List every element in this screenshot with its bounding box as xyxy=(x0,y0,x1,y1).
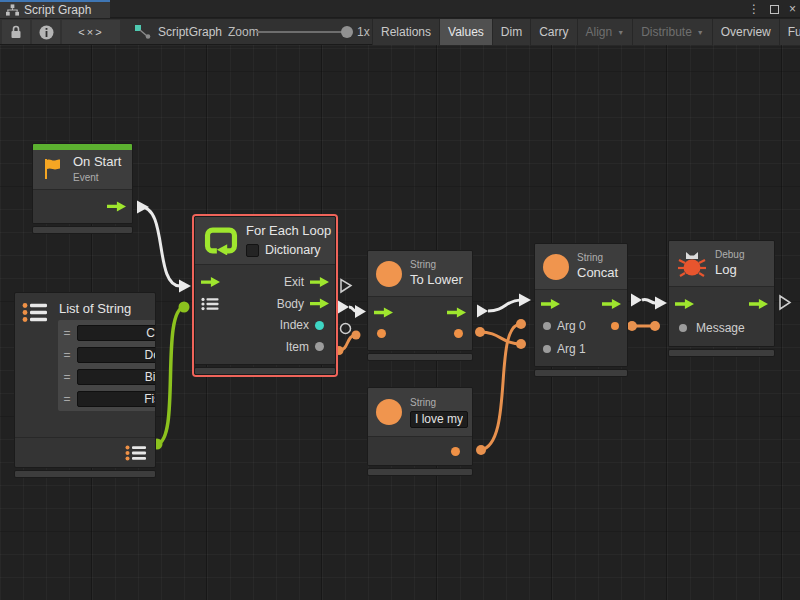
zoom-label: Zoom xyxy=(228,19,259,45)
list-item-input[interactable] xyxy=(77,369,156,385)
fullscreen-button[interactable]: Full Screen xyxy=(780,19,800,45)
arg1-input-port[interactable] xyxy=(543,345,551,353)
wire-start-triangle[interactable] xyxy=(137,201,149,214)
wire-list-to-foreach[interactable] xyxy=(157,307,184,444)
drag-handle[interactable]: = xyxy=(61,326,73,340)
distribute-dropdown[interactable]: Distribute▼ xyxy=(633,19,713,45)
wire-endpoint[interactable] xyxy=(516,339,526,349)
node-footer xyxy=(367,468,473,476)
values-button[interactable]: Values xyxy=(440,19,493,45)
overview-button[interactable]: Overview xyxy=(713,19,780,45)
align-dropdown[interactable]: Align▼ xyxy=(578,19,634,45)
node-list-of-string[interactable]: List of String = − = − xyxy=(14,292,156,478)
wire-endpoint[interactable] xyxy=(516,319,526,329)
node-subtitle: String xyxy=(410,397,464,409)
string-value-input[interactable] xyxy=(410,411,468,428)
list-output-port[interactable] xyxy=(125,445,147,461)
message-input-port[interactable] xyxy=(679,324,687,332)
string-type-icon xyxy=(376,399,402,425)
graph-reference-button[interactable]: ScriptGraph xyxy=(135,19,222,45)
node-subtitle: String xyxy=(577,252,618,264)
lock-icon xyxy=(10,25,22,39)
tab-script-graph[interactable]: Script Graph xyxy=(0,0,110,18)
node-for-each-loop[interactable]: For Each Loop Dictionary Exit xyxy=(194,216,336,375)
wire-start-triangle[interactable] xyxy=(631,294,642,307)
zoom-slider[interactable] xyxy=(256,31,348,33)
body-output-port[interactable] xyxy=(310,298,329,310)
flow-input-port[interactable] xyxy=(374,307,393,319)
trigger-output-port[interactable] xyxy=(107,200,126,212)
drag-handle[interactable]: = xyxy=(61,370,73,384)
collection-input-port[interactable] xyxy=(201,297,219,311)
window-menu-icon[interactable]: ⋮ xyxy=(748,3,760,15)
result-output-port[interactable] xyxy=(611,322,619,330)
flow-input-port[interactable] xyxy=(675,298,694,310)
lock-button[interactable] xyxy=(2,20,30,44)
wire-arrowhead[interactable] xyxy=(519,294,531,307)
flow-output-port[interactable] xyxy=(602,298,621,310)
node-string-to-lower[interactable]: String To Lower xyxy=(367,250,473,361)
flow-output-port[interactable] xyxy=(749,298,768,310)
wire-endpoint[interactable] xyxy=(352,331,361,340)
node-debug-log[interactable]: Debug Log Message xyxy=(668,240,775,357)
string-input-port[interactable] xyxy=(377,329,386,338)
index-port-marker[interactable] xyxy=(341,324,351,334)
wire-concat-to-log[interactable] xyxy=(642,299,656,303)
wire-endpoint[interactable] xyxy=(627,321,637,331)
port-label-body: Body xyxy=(277,297,304,311)
node-string-concat[interactable]: String Concat Arg 0 xyxy=(534,243,628,377)
wire-tolower-to-arg1[interactable] xyxy=(480,332,521,344)
exit-port-marker[interactable] xyxy=(341,280,351,293)
list-item-input[interactable] xyxy=(77,325,156,341)
drag-handle[interactable]: = xyxy=(61,392,73,406)
relations-button[interactable]: Relations xyxy=(373,19,440,45)
index-output-port[interactable] xyxy=(315,321,324,330)
flow-output-port[interactable] xyxy=(447,307,466,319)
exit-output-port[interactable] xyxy=(310,276,329,288)
info-button[interactable] xyxy=(32,20,60,44)
port-label-index: Index xyxy=(280,318,309,332)
node-title: List of String xyxy=(58,299,156,320)
maximize-icon[interactable] xyxy=(770,5,779,14)
carry-button[interactable]: Carry xyxy=(531,19,577,45)
dim-button[interactable]: Dim xyxy=(493,19,531,45)
wire-arrowhead[interactable] xyxy=(655,297,667,310)
wire-start-triangle[interactable] xyxy=(477,305,488,318)
wire-start-triangle[interactable] xyxy=(338,301,349,314)
wire-tolower-to-concat[interactable] xyxy=(488,300,521,311)
log-exit-port-marker[interactable] xyxy=(780,296,790,309)
wire-endpoint[interactable] xyxy=(476,445,486,455)
arg0-input-port[interactable] xyxy=(543,322,551,330)
wire-onstart-to-foreach[interactable] xyxy=(141,207,180,286)
list-item-input[interactable] xyxy=(77,347,156,363)
wire-arrowhead[interactable] xyxy=(179,280,191,293)
flow-input-port[interactable] xyxy=(541,298,560,310)
wire-endpoint[interactable] xyxy=(179,302,190,313)
node-string-literal[interactable]: String xyxy=(367,387,473,476)
item-output-port[interactable] xyxy=(315,342,324,351)
drag-handle[interactable]: = xyxy=(61,348,73,362)
list-item-row: = − xyxy=(61,323,156,342)
wire-arrowhead[interactable] xyxy=(355,305,366,318)
script-graph-window: Script Graph ⋮ × <×> xyxy=(0,0,800,600)
list-item-input[interactable] xyxy=(77,391,156,407)
zoom-slider-handle[interactable] xyxy=(341,26,353,38)
wire-endpoint[interactable] xyxy=(650,321,660,331)
script-graph-icon xyxy=(135,25,151,39)
port-label-exit: Exit xyxy=(284,275,304,289)
string-output-port[interactable] xyxy=(451,447,460,456)
node-on-start[interactable]: On Start Event xyxy=(32,143,133,234)
graph-canvas[interactable]: On Start Event xyxy=(0,45,800,600)
zoom-value: 1x xyxy=(357,19,370,45)
node-footer xyxy=(367,353,473,361)
dictionary-checkbox[interactable] xyxy=(246,244,259,257)
node-subtitle: Event xyxy=(73,172,121,184)
list-item-row: = − xyxy=(61,345,156,364)
node-title: Log xyxy=(715,263,744,278)
info-icon xyxy=(39,25,54,40)
wire-endpoint[interactable] xyxy=(475,327,485,337)
string-output-port[interactable] xyxy=(454,329,463,338)
flow-input-port[interactable] xyxy=(201,276,220,288)
close-icon[interactable]: × xyxy=(789,3,796,15)
code-view-button[interactable]: <×> xyxy=(62,20,120,44)
